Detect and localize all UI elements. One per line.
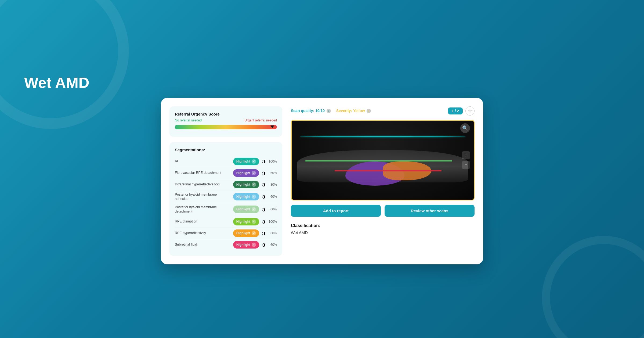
review-other-scans-button[interactable]: Review other scans (385, 205, 475, 217)
opacity-icon-posterior-hyaloid-detachment[interactable]: ◑ (262, 207, 266, 212)
severity-info-icon[interactable]: i (367, 109, 371, 113)
layer-cyan (300, 136, 466, 137)
highlight-check-fibrovascular: ✓ (252, 171, 256, 175)
seg-label-posterior-hyaloid-adhesion: Posterior hyaloid membrane adhesion (175, 192, 230, 201)
opacity-icon-all[interactable]: ◑ (262, 159, 266, 164)
highlight-check-all: ✓ (252, 159, 256, 164)
gradient-bar-container (175, 125, 277, 131)
seg-row-posterior-hyaloid-adhesion: Posterior hyaloid membrane adhesionHighl… (175, 190, 277, 203)
search-icon: 🔍 (462, 125, 468, 131)
highlight-btn-all[interactable]: Highlight✓ (233, 158, 259, 165)
label-urgent: Urgent referral needed (244, 118, 277, 122)
layer-red-line (335, 170, 442, 171)
severity: Severity: Yellow i (336, 109, 371, 113)
label-no-referral: No referral needed (175, 118, 202, 122)
seg-label-fibrovascular: Fibrovascular RPE detachment (175, 171, 230, 175)
highlight-check-posterior-hyaloid-adhesion: ✓ (252, 195, 256, 199)
seg-label-rpe-hyperreflectivity: RPE hyperreflectivity (175, 231, 230, 235)
actions-row: Add to report Review other scans (291, 205, 475, 217)
opacity-icon-intraretinal[interactable]: ◑ (262, 182, 266, 187)
bar-indicator (270, 125, 274, 128)
highlight-label-all: Highlight (236, 160, 250, 163)
zoom-in-button[interactable]: + (462, 151, 470, 159)
scan-quality-info-icon[interactable]: i (327, 109, 331, 113)
opacity-icon-rpe-hyperreflectivity[interactable]: ◑ (262, 231, 266, 236)
highlight-check-intraretinal: ✓ (252, 182, 256, 187)
referral-section: Referral Urgency Score No referral neede… (169, 106, 282, 137)
classification-value: Wet AMD (291, 230, 475, 235)
layer-green (305, 160, 452, 161)
highlight-btn-fibrovascular[interactable]: Highlight✓ (233, 169, 259, 177)
pct-label-posterior-hyaloid-adhesion: 60% (268, 195, 277, 199)
main-card: Referral Urgency Score No referral neede… (161, 98, 483, 264)
seg-row-intraretinal: Intraretinal hyperreflective fociHighlig… (175, 179, 277, 190)
seg-row-posterior-hyaloid-detachment: Posterior hyaloid membrane detachmentHig… (175, 203, 277, 216)
star-button[interactable]: ☆ (465, 106, 475, 116)
seg-label-intraretinal: Intraretinal hyperreflective foci (175, 182, 230, 186)
severity-value: Yellow (353, 109, 365, 113)
severity-label: Severity: (336, 109, 352, 113)
highlight-check-subretinal-fluid: ✓ (252, 243, 256, 247)
pct-label-rpe-disruption: 100% (268, 220, 277, 224)
zoom-out-button[interactable]: − (462, 161, 470, 169)
seg-label-rpe-disruption: RPE disruption (175, 219, 230, 224)
seg-row-all: AllHighlight✓◑100% (175, 156, 277, 167)
classification-section: Classification: Wet AMD (291, 221, 475, 235)
scan-quality-label: Scan quality: (291, 109, 314, 113)
highlight-btn-rpe-hyperreflectivity[interactable]: Highlight✓ (233, 229, 259, 237)
highlight-label-rpe-hyperreflectivity: Highlight (236, 231, 250, 235)
highlight-check-rpe-hyperreflectivity: ✓ (252, 231, 256, 235)
highlight-label-posterior-hyaloid-adhesion: Highlight (236, 195, 250, 199)
highlight-btn-intraretinal[interactable]: Highlight✓ (233, 181, 259, 188)
seg-row-rpe-disruption: RPE disruptionHighlight✓◑100% (175, 216, 277, 228)
highlight-label-rpe-disruption: Highlight (236, 220, 250, 224)
highlight-label-intraretinal: Highlight (236, 183, 250, 186)
right-panel: Scan quality: 10/10 i Severity: Yellow i… (291, 106, 475, 256)
scan-nav-badge[interactable]: 1 / 2 (448, 107, 463, 114)
pct-label-posterior-hyaloid-detachment: 60% (268, 207, 277, 211)
highlight-check-posterior-hyaloid-detachment: ✓ (252, 207, 256, 211)
segmentations-title: Segmentations: (175, 148, 277, 152)
highlight-btn-posterior-hyaloid-adhesion[interactable]: Highlight✓ (233, 193, 259, 200)
scan-nav: 1 / 2 ☆ (448, 106, 475, 116)
scan-search-button[interactable]: 🔍 (460, 123, 470, 133)
page-title: Wet AMD (24, 74, 89, 91)
gradient-bar (175, 125, 277, 129)
pct-label-subretinal-fluid: 60% (268, 243, 277, 247)
segmentations-section: Segmentations: AllHighlight✓◑100%Fibrova… (169, 142, 282, 256)
opacity-icon-posterior-hyaloid-adhesion[interactable]: ◑ (262, 194, 266, 199)
seg-row-subretinal-fluid: Subretinal fluidHighlight✓◑60% (175, 239, 277, 250)
highlight-btn-posterior-hyaloid-detachment[interactable]: Highlight✓ (233, 206, 259, 213)
seg-label-all: All (175, 159, 230, 163)
seg-row-fibrovascular: Fibrovascular RPE detachmentHighlight✓◑6… (175, 167, 277, 179)
scan-quality: Scan quality: 10/10 i (291, 109, 331, 113)
opacity-icon-rpe-disruption[interactable]: ◑ (262, 219, 266, 224)
opacity-icon-subretinal-fluid[interactable]: ◑ (262, 242, 266, 247)
highlight-label-fibrovascular: Highlight (236, 171, 250, 175)
zoom-controls: + − (462, 151, 470, 169)
highlight-label-posterior-hyaloid-detachment: Highlight (236, 207, 250, 211)
highlight-check-rpe-disruption: ✓ (252, 220, 256, 224)
seg-row-rpe-hyperreflectivity: RPE hyperreflectivityHighlight✓◑60% (175, 228, 277, 239)
highlight-btn-rpe-disruption[interactable]: Highlight✓ (233, 218, 259, 225)
seg-label-subretinal-fluid: Subretinal fluid (175, 242, 230, 247)
classification-title: Classification: (291, 223, 475, 228)
opacity-icon-fibrovascular[interactable]: ◑ (262, 170, 266, 175)
add-to-report-button[interactable]: Add to report (291, 205, 381, 217)
pct-label-intraretinal: 80% (268, 183, 277, 186)
pct-label-fibrovascular: 60% (268, 171, 277, 175)
segmentations-list: AllHighlight✓◑100%Fibrovascular RPE deta… (175, 156, 277, 250)
highlight-btn-subretinal-fluid[interactable]: Highlight✓ (233, 241, 259, 249)
scan-quality-value: 10/10 (315, 109, 325, 113)
pct-label-all: 100% (268, 160, 277, 163)
referral-title: Referral Urgency Score (175, 112, 277, 116)
highlight-label-subretinal-fluid: Highlight (236, 243, 250, 247)
seg-label-posterior-hyaloid-detachment: Posterior hyaloid membrane detachment (175, 205, 230, 214)
referral-labels: No referral needed Urgent referral neede… (175, 118, 277, 122)
pct-label-rpe-hyperreflectivity: 60% (268, 231, 277, 235)
scan-image-container: 🔍 + − (291, 120, 475, 200)
scan-header: Scan quality: 10/10 i Severity: Yellow i… (291, 106, 475, 116)
left-panel: Referral Urgency Score No referral neede… (169, 106, 282, 256)
